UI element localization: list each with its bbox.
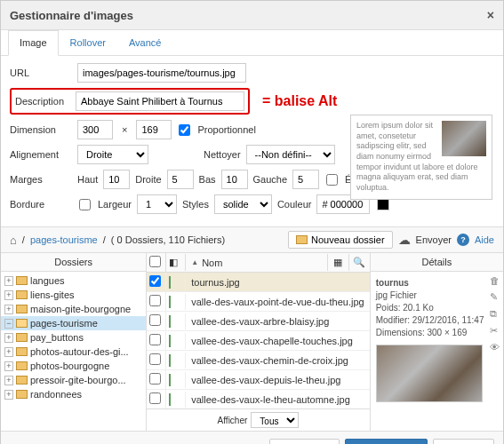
details-pane: Détails 🗑 ✎ ⧉ ✂ 👁 tournus jpg Fichier Po… — [371, 253, 503, 431]
name-column-header[interactable]: Nom — [202, 258, 222, 268]
show-label: Afficher — [218, 416, 248, 425]
file-checkbox[interactable] — [149, 392, 161, 404]
tree-item[interactable]: +photos-bourgogne — [1, 359, 146, 373]
help-icon[interactable]: ? — [457, 234, 469, 246]
expand-icon[interactable]: − — [4, 319, 13, 329]
detail-actions: 🗑 ✎ ⧉ ✂ 👁 — [490, 275, 500, 353]
width-input[interactable] — [77, 120, 113, 139]
color-swatch[interactable] — [377, 198, 389, 210]
link-icon[interactable]: ✂ — [490, 325, 500, 337]
folder-name: randonnees — [30, 389, 82, 400]
home-icon[interactable]: ⌂ — [10, 234, 17, 247]
search-icon[interactable]: 🔍 — [348, 254, 370, 271]
tab-advanced[interactable]: Avancé — [117, 30, 173, 55]
alignment-select[interactable]: Droite — [77, 145, 148, 164]
margin-left-input[interactable] — [292, 170, 319, 189]
border-width-select[interactable]: 1 — [137, 194, 177, 214]
file-row[interactable]: vallee-des-vaux-arbre-blaisy.jpg — [147, 312, 369, 331]
file-checkbox[interactable] — [149, 295, 161, 306]
grid-view-icon[interactable]: ▦ — [327, 254, 348, 271]
dialog-title: Gestionnaire d'images — [10, 9, 133, 22]
close-icon[interactable]: × — [487, 8, 494, 22]
expand-icon[interactable]: + — [4, 361, 13, 371]
tree-item[interactable]: +maison-gite-bourgogne — [1, 302, 146, 316]
tree-item[interactable]: +randonnees — [1, 387, 146, 401]
file-list[interactable]: tournus.jpgvalle-des-vaux-point-de-vue-d… — [147, 273, 369, 408]
file-checkbox[interactable] — [149, 373, 161, 385]
upload-label[interactable]: Envoyer — [416, 234, 452, 245]
margin-top-input[interactable] — [103, 170, 130, 189]
file-name: valle-des-vaux-point-de-vue-du-theu.jpg — [186, 294, 369, 310]
file-browser: Dossiers +langues+liens-gites+maison-git… — [1, 253, 503, 431]
help-label[interactable]: Aide — [475, 234, 494, 245]
expand-icon[interactable]: + — [4, 390, 13, 400]
border-enable-checkbox[interactable] — [79, 199, 91, 210]
margin-bottom-input[interactable] — [221, 170, 248, 189]
duplicate-icon[interactable]: ⧉ — [490, 308, 500, 320]
file-row[interactable]: tournus.jpg — [147, 273, 369, 292]
file-name: vallee-des-vaux-chemin-de-croix.jpg — [186, 353, 369, 369]
folders-header: Dossiers — [1, 253, 146, 272]
image-file-icon — [169, 354, 171, 367]
expand-icon[interactable]: + — [4, 347, 13, 357]
breadcrumb-folder[interactable]: pages-tourisme — [30, 234, 98, 245]
tree-item[interactable]: +pressoir-gite-bourgo... — [1, 373, 146, 387]
image-file-icon — [169, 393, 171, 406]
detail-thumbnail — [376, 345, 483, 402]
expand-icon[interactable]: + — [4, 290, 13, 300]
margin-right-input[interactable] — [167, 170, 194, 189]
file-name: vallee-des-vaux-arbre-blaisy.jpg — [186, 313, 369, 329]
preview-box: Lorem ipsum dolor sit amet, consetetur s… — [350, 115, 492, 200]
equal-margins-checkbox[interactable] — [326, 174, 338, 186]
cancel-button[interactable]: ⊘ Annuler — [433, 439, 494, 444]
tab-image[interactable]: Image — [8, 30, 59, 56]
dimension-label: Dimension — [10, 124, 72, 135]
select-all-checkbox[interactable] — [149, 256, 161, 267]
expand-icon[interactable]: + — [4, 276, 13, 286]
refresh-button[interactable]: ⟳ Actualiser — [269, 439, 340, 444]
file-row[interactable]: valle-des-vaux-point-de-vue-du-theu.jpg — [147, 292, 369, 312]
margins-label: Marges — [10, 174, 72, 185]
view-icon[interactable]: 👁 — [490, 342, 500, 353]
file-name: vallee-des-vaux-chapelle-touches.jpg — [186, 333, 369, 349]
border-style-select[interactable]: solide — [214, 194, 272, 214]
file-row[interactable]: vallee-des-vaux-le-theu-automne.jpg — [147, 390, 369, 408]
folder-icon — [16, 333, 28, 342]
expand-icon[interactable]: + — [4, 376, 13, 385]
new-folder-button[interactable]: Nouveau dossier — [288, 231, 393, 249]
folder-tree[interactable]: +langues+liens-gites+maison-gite-bourgog… — [1, 272, 146, 431]
url-row: URL — [10, 63, 494, 83]
file-counts: ( 0 Dossiers, 110 Fichiers) — [111, 234, 225, 245]
proportional-checkbox[interactable] — [179, 124, 190, 136]
edit-icon[interactable]: ✎ — [490, 291, 500, 303]
delete-icon[interactable]: 🗑 — [490, 275, 500, 286]
show-select[interactable]: Tous — [251, 412, 299, 428]
folder-icon — [16, 347, 28, 356]
tab-rollover[interactable]: Rollover — [59, 30, 117, 55]
expand-icon[interactable]: + — [4, 333, 13, 343]
file-row[interactable]: vallee-des-vaux-depuis-le-theu.jpg — [147, 370, 369, 390]
clean-select[interactable]: --Non défini-- — [246, 145, 335, 164]
file-checkbox[interactable] — [149, 314, 161, 326]
file-row[interactable]: vallee-des-vaux-chemin-de-croix.jpg — [147, 351, 369, 370]
folder-name: photos-bourgogne — [30, 361, 109, 371]
tree-item[interactable]: −pages-tourisme — [1, 316, 146, 330]
expand-icon[interactable]: + — [4, 305, 13, 314]
tree-item[interactable]: +liens-gites — [1, 288, 146, 302]
file-checkbox[interactable] — [149, 353, 161, 365]
file-checkbox[interactable] — [149, 334, 161, 345]
tree-item[interactable]: +langues — [1, 274, 146, 288]
upload-icon[interactable]: ☁ — [398, 233, 411, 247]
file-row[interactable]: vallee-des-vaux-chapelle-touches.jpg — [147, 331, 369, 351]
folder-icon — [296, 235, 308, 244]
clean-label: Nettoyer — [204, 149, 241, 160]
update-button[interactable]: ✓ Mettre à jour — [345, 439, 428, 444]
file-checkbox[interactable] — [149, 275, 161, 287]
tree-item[interactable]: +pay_buttons — [1, 330, 146, 345]
sort-arrow-icon[interactable]: ▲ — [191, 258, 198, 266]
tree-item[interactable]: +photos-autour-des-gi... — [1, 345, 146, 359]
detail-type: jpg Fichier — [376, 290, 417, 300]
description-input[interactable] — [76, 91, 244, 111]
url-input[interactable] — [77, 63, 246, 83]
height-input[interactable] — [136, 120, 172, 139]
